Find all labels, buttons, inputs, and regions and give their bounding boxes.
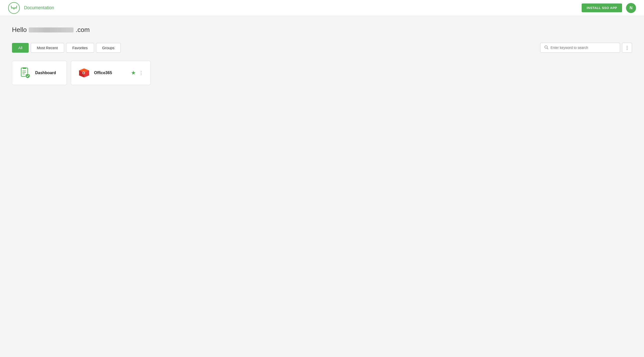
app-card-office365-actions: ★ ⋮ [131,70,144,76]
user-avatar[interactable]: N [626,3,636,13]
greeting-domain: .com [76,26,90,34]
dashboard-app-icon [19,67,31,79]
svg-text:O: O [82,71,85,75]
svg-point-0 [8,2,20,14]
vertical-dots-icon: ⋮ [624,45,630,51]
app-card-office365-left: O Office365 [78,67,112,79]
svg-line-2 [547,48,548,49]
install-sso-button[interactable]: INSTALL SSO APP [582,4,622,12]
header-title: Documentation [24,5,54,11]
main-content: Hello .com All Most Recent Favorites Gro… [0,16,644,95]
search-area: ⋮ [540,43,632,53]
tab-groups[interactable]: Groups [96,43,121,53]
greeting-hello: Hello [12,26,27,34]
svg-rect-4 [23,67,26,69]
greeting: Hello .com [12,26,632,34]
tab-most-recent[interactable]: Most Recent [31,43,64,53]
favorite-star-icon[interactable]: ★ [131,70,136,76]
more-options-button[interactable]: ⋮ [622,43,632,53]
header-right: INSTALL SSO APP N [582,3,636,13]
tab-favorites[interactable]: Favorites [66,43,94,53]
app-card-office365[interactable]: O Office365 ★ ⋮ [71,61,151,85]
search-input[interactable] [550,46,616,50]
header: Documentation INSTALL SSO APP N [0,0,644,16]
office365-app-icon: O [78,67,90,79]
search-icon [544,45,548,51]
logo-icon[interactable] [8,2,20,14]
app-menu-icon[interactable]: ⋮ [139,70,144,76]
header-left: Documentation [8,2,54,14]
toolbar: All Most Recent Favorites Groups ⋮ [12,43,632,53]
app-name-dashboard: Dashboard [35,71,56,75]
apps-grid: Dashboard O Office365 ★ ⋮ [12,61,632,85]
search-box [540,43,620,53]
greeting-username-blurred [29,28,74,33]
app-name-office365: Office365 [94,71,112,75]
tab-all[interactable]: All [12,43,29,53]
tab-bar: All Most Recent Favorites Groups [12,43,121,53]
app-card-dashboard[interactable]: Dashboard [12,61,67,85]
